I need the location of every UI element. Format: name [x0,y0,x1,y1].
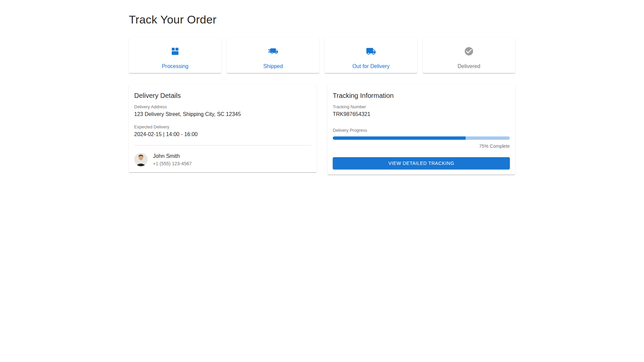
delivery-address-label: Delivery Address [134,104,311,110]
status-card-processing: Processing [129,38,221,73]
tracking-information-heading: Tracking Information [333,90,510,101]
delivery-progress-label: Delivery Progress [333,127,510,134]
details-section: Delivery Details Delivery Address 123 De… [129,85,515,175]
contact-avatar [134,153,148,166]
contact-name: John Smith [153,152,192,160]
progress-percent-text: 75% Complete [333,143,510,149]
status-label: Shipped [232,62,314,70]
order-tracking-page: Track Your Order Processing Shipped [129,0,515,175]
divider [134,145,311,145]
tracking-information-card: Tracking Information Tracking Number TRK… [327,85,515,175]
tracking-number-field: Tracking Number TRK987654321 [333,104,510,118]
status-card-out-for-delivery: Out for Delivery [325,38,417,73]
avatar-photo [134,153,148,166]
delivery-address-field: Delivery Address 123 Delivery Street, Sh… [134,104,311,118]
tracking-number-label: Tracking Number [333,104,510,110]
status-label: Out for Delivery [330,62,412,70]
truck-fast-icon [268,46,278,56]
view-detailed-tracking-button[interactable]: VIEW DETAILED TRACKING [333,157,510,169]
status-label: Processing [134,62,216,70]
delivery-address-value: 123 Delivery Street, Shipping City, SC 1… [134,110,311,118]
progress-fill [333,136,466,140]
delivery-details-heading: Delivery Details [134,90,311,101]
package-icon [170,46,180,56]
progress-bar [333,136,510,140]
status-card-delivered: Delivered [423,38,515,73]
contact-info: John Smith +1 (555) 123-4567 [153,152,192,167]
status-label: Delivered [428,62,510,70]
expected-delivery-label: Expected Delivery [134,124,311,130]
contact-row: John Smith +1 (555) 123-4567 [134,152,311,167]
delivery-progress-section: Delivery Progress 75% Complete [333,127,510,149]
expected-delivery-value: 2024-02-15 | 14:00 - 16:00 [134,130,311,138]
expected-delivery-field: Expected Delivery 2024-02-15 | 14:00 - 1… [134,124,311,138]
truck-icon [366,46,376,56]
contact-phone: +1 (555) 123-4567 [153,160,192,167]
order-status-steps: Processing Shipped Out for Delivery [129,38,515,73]
check-circle-icon [464,46,474,56]
page-title: Track Your Order [129,13,515,26]
status-card-shipped: Shipped [227,38,319,73]
delivery-details-card: Delivery Details Delivery Address 123 De… [129,85,317,172]
tracking-number-value: TRK987654321 [333,110,510,118]
